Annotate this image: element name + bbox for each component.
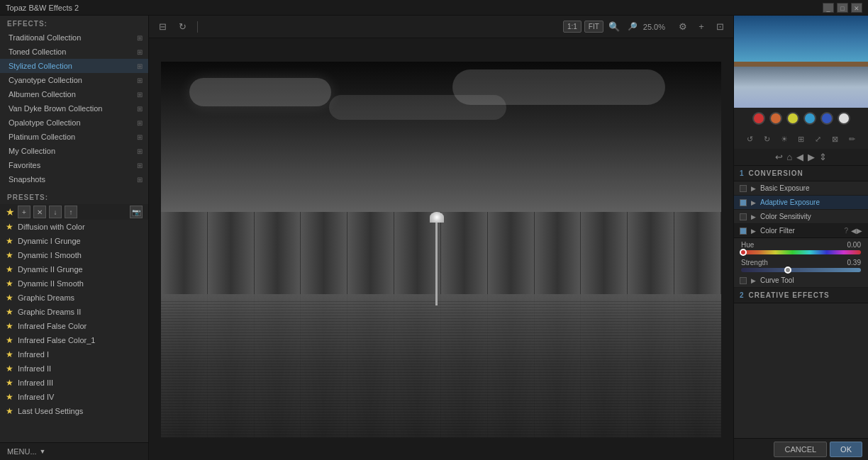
collection-label: My Collection [9,147,55,155]
preset-item-infrared-iii[interactable]: ★ Infrared III [0,376,148,390]
preset-label: Dynamic II Smooth [18,279,84,288]
add-button[interactable]: + [694,19,709,35]
adaptive-exposure-arrow[interactable]: ▶ [751,199,756,206]
close-button[interactable]: ✕ [851,3,862,13]
fullscreen-button[interactable]: ⊡ [712,19,728,35]
hue-slider-track[interactable] [741,250,861,254]
preset-item-infrared-false-color[interactable]: ★ Infrared False Color [0,319,148,333]
creative-effects-header: 2 CREATIVE EFFECTS [734,288,868,303]
split-view-button[interactable]: ⊟ [155,19,170,35]
swatch-blue[interactable] [820,112,833,125]
swatch-red[interactable] [752,112,765,125]
adj-icon-sun[interactable]: ☀ [777,132,791,146]
canvas-image [161,62,721,437]
collection-item-opalotype[interactable]: Opalotype Collection ⊞ [0,116,148,130]
strength-value: 0.39 [847,259,861,267]
collection-item-vandyke[interactable]: Van Dyke Brown Collection ⊞ [0,101,148,116]
settings-button[interactable]: ⚙ [675,19,691,35]
preset-label: Infrared False Color_1 [18,336,95,344]
grid-icon: ⊞ [137,62,143,70]
nav-back-button[interactable]: ↩ [775,152,783,162]
adj-icon-1[interactable]: ↺ [743,132,757,146]
collection-item-snapshots[interactable]: Snapshots ⊞ [0,172,148,186]
zoom-fit-button[interactable]: FIT [584,21,603,33]
zoom-in-button[interactable]: 🔍 [606,19,622,35]
preset-item-graphic-dreams[interactable]: ★ Graphic Dreams [0,291,148,305]
basic-exposure-checkbox[interactable] [740,185,747,192]
adj-icon-crop[interactable]: ⊠ [828,132,842,146]
top-toolbar: ⊟ ↻ 1:1 FIT 🔍 🔎 25.0% ⚙ + ⊡ [149,16,733,38]
preset-item-dynamic-ii-grunge[interactable]: ★ Dynamic II Grunge [0,262,148,276]
section-num-2: 2 [740,291,745,299]
adj-icon-pen[interactable]: ✏ [845,132,859,146]
adaptive-exposure-checkbox[interactable] [740,199,747,206]
preset-item-dynamic-ii-smooth[interactable]: ★ Dynamic II Smooth [0,276,148,291]
star-icon: ★ [6,250,13,260]
preset-item-graphic-dreams-ii[interactable]: ★ Graphic Dreams II [0,305,148,319]
nav-left-button[interactable]: ◀ [796,152,803,162]
preset-item-infrared-ii[interactable]: ★ Infrared II [0,361,148,376]
preset-item-dynamic-i-grunge[interactable]: ★ Dynamic I Grunge [0,234,148,248]
curve-tool-checkbox[interactable] [740,277,747,284]
lamp-head [430,212,444,223]
collection-item-favorites[interactable]: Favorites ⊞ [0,158,148,172]
swatch-orange[interactable] [769,112,782,125]
collection-item-traditional[interactable]: Traditional Collection ⊞ [0,30,148,45]
nav-home-button[interactable]: ⌂ [787,152,793,162]
preset-item-dynamic-i-smooth[interactable]: ★ Dynamic I Smooth [0,248,148,262]
swatch-yellow[interactable] [786,112,799,125]
add-preset-button[interactable]: + [18,206,30,218]
preset-label: Infrared III [18,378,53,387]
color-sensitivity-checkbox[interactable] [740,213,747,220]
preset-label: Dynamic I Grunge [18,237,81,245]
preset-item-infrared-false-color-1[interactable]: ★ Infrared False Color_1 [0,333,148,347]
thumb-water [734,67,868,108]
collection-item-my[interactable]: My Collection ⊞ [0,144,148,158]
color-filter-arrow[interactable]: ▶ [751,228,756,235]
top-right-icons: ⚙ + ⊡ [675,19,728,35]
hue-slider-thumb[interactable] [740,249,747,256]
adj-icon-move[interactable]: ⤢ [811,132,825,146]
preset-label: Infrared IV [18,393,54,401]
nav-right-button[interactable]: ▶ [808,152,815,162]
collection-label: Snapshots [9,175,45,184]
maximize-button[interactable]: □ [837,3,848,13]
color-filter-checkbox[interactable] [740,228,747,235]
collection-item-platinum[interactable]: Platinum Collection ⊞ [0,130,148,144]
menu-label: MENU... [7,447,37,456]
swatch-teal[interactable] [803,112,816,125]
adj-icon-grid[interactable]: ⊞ [794,132,808,146]
preset-item-last-used[interactable]: ★ Last Used Settings [0,404,148,418]
collection-item-toned[interactable]: Toned Collection ⊞ [0,45,148,59]
zoom-1-1-button[interactable]: 1:1 [563,21,582,33]
collection-item-stylized[interactable]: Stylized Collection ⊞ [0,59,148,73]
center-area: ⊟ ↻ 1:1 FIT 🔍 🔎 25.0% ⚙ + ⊡ [149,16,733,460]
preset-item-diffusion-color[interactable]: ★ Diffusion with Color [0,220,148,234]
minimize-button[interactable]: _ [823,3,834,13]
collection-item-cyanotype[interactable]: Cyanotype Collection ⊞ [0,73,148,87]
sidebar: EFFECTS: Traditional Collection ⊞ Toned … [0,16,149,460]
adj-icon-2[interactable]: ↻ [760,132,774,146]
nav-expand-button[interactable]: ⇕ [819,152,827,162]
cancel-button[interactable]: CANCEL [774,442,827,457]
zoom-out-button[interactable]: 🔎 [625,19,640,35]
refresh-button[interactable]: ↻ [174,19,190,35]
camera-preset-button[interactable]: 📷 [130,206,143,218]
strength-slider-thumb[interactable] [784,267,791,274]
strength-slider-track[interactable] [741,268,861,272]
swatch-white[interactable] [838,112,850,125]
curve-tool-arrow[interactable]: ▶ [751,277,756,284]
menu-button[interactable]: MENU... ▼ [0,442,148,460]
delete-preset-button[interactable]: ✕ [33,206,46,218]
import-preset-button[interactable]: ↓ [49,206,62,218]
collection-item-albumen[interactable]: Albumen Collection ⊞ [0,87,148,101]
preset-item-infrared-i[interactable]: ★ Infrared I [0,347,148,361]
basic-exposure-arrow[interactable]: ▶ [751,185,756,192]
preset-item-infrared-iv[interactable]: ★ Infrared IV [0,390,148,404]
ok-button[interactable]: OK [830,442,862,457]
help-icon[interactable]: ? [844,227,848,235]
color-sensitivity-arrow[interactable]: ▶ [751,213,756,220]
export-preset-button[interactable]: ↑ [65,206,77,218]
cf-nav-icons: ◀▶ [851,227,862,235]
collection-label: Van Dyke Brown Collection [9,104,102,113]
